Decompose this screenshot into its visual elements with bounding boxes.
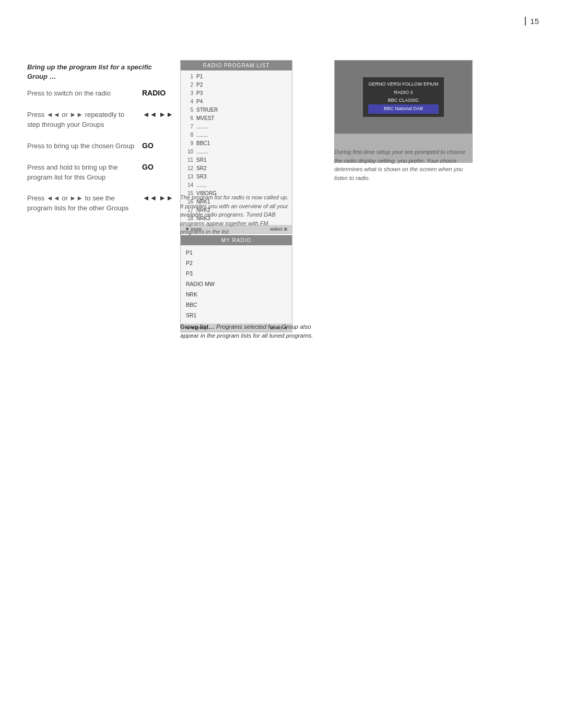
my-radio-list: P1 P2 P3 RADIO MW NRK BBC SR1 — [181, 245, 292, 324]
instruction-text-other-groups: Press ◄◄ or ►► to see the program lists … — [27, 194, 137, 213]
my-radio-item-p3: P3 — [186, 269, 287, 279]
instruction-row-go-hold: Press and hold to bring up the program l… — [27, 163, 173, 183]
my-radio-item-p1: P1 — [186, 248, 287, 258]
instruction-text-go-chosen: Press to bring up the chosen Group — [27, 141, 137, 151]
page-number: 15 — [525, 17, 539, 26]
instruction-key-go2: GO — [142, 163, 173, 171]
group-caption: Group list… Programs selected for a Grou… — [180, 323, 316, 341]
my-radio-panel: MY RADIO P1 P2 P3 RADIO MW NRK BBC SR1 ◄… — [180, 235, 292, 332]
instruction-key-go1: GO — [142, 141, 173, 150]
tv-caption: During first-time setup your are prompte… — [334, 148, 473, 182]
my-radio-item-p2: P2 — [186, 258, 287, 269]
instruction-row-step-groups: Press ◄◄ or ►► repeatedly to step throug… — [27, 110, 173, 130]
arrow-other-icon: ◄◄ ►► — [143, 194, 173, 202]
section-title: Bring up the program list for a specific… — [27, 63, 173, 81]
instruction-key-radio: RADIO — [142, 89, 173, 97]
instruction-text-step-groups: Press ◄◄ or ►► repeatedly to step throug… — [27, 110, 137, 130]
group-caption-bold: Group list… — [180, 324, 215, 330]
tv-line-highlight: BBC National DAB — [368, 104, 438, 113]
arrow-step-icon: ◄◄ ►► — [143, 110, 173, 118]
instruction-text-radio: Press to switch on the radio — [27, 89, 137, 99]
instruction-row-other-groups: Press ◄◄ or ►► to see the program lists … — [27, 194, 173, 213]
instruction-row-radio: Press to switch on the radio RADIO — [27, 89, 173, 99]
instructions-column: Bring up the program list for a specific… — [27, 63, 173, 225]
my-radio-item-bbc: BBC — [186, 300, 287, 311]
instruction-row-go-chosen: Press to bring up the chosen Group GO — [27, 141, 173, 151]
my-radio-item-sr1: SR1 — [186, 311, 287, 321]
instruction-text-go-hold: Press and hold to bring up the program l… — [27, 163, 137, 183]
radio-list-caption: The program list for radio is now called… — [180, 193, 292, 236]
tv-line-2: RADIO 3 — [368, 89, 438, 97]
tv-line-3: BBC CLASSIC — [368, 97, 438, 104]
radio-list-header: RADIO PROGRAM LIST — [181, 61, 292, 70]
tv-overlay: GERNO VERSI FOLLOW EPIUM RADIO 3 BBC CLA… — [363, 77, 443, 116]
my-radio-item-radio-mw: RADIO MW — [186, 279, 287, 290]
tv-screen: GERNO VERSI FOLLOW EPIUM RADIO 3 BBC CLA… — [335, 61, 472, 134]
my-radio-header: MY RADIO — [181, 235, 292, 245]
tv-line-1: GERNO VERSI FOLLOW EPIUM — [368, 80, 438, 88]
my-radio-item-nrk: NRK — [186, 290, 287, 300]
